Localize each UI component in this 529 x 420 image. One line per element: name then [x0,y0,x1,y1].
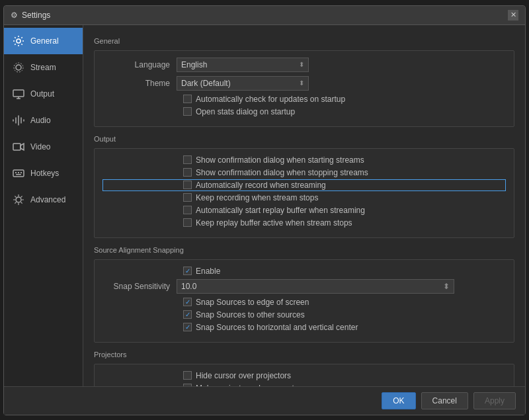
keep-recording-row: Keep recording when stream stops [104,193,505,202]
snap-sensitivity-label: Snap Sensitivity [104,282,177,291]
hide-cursor-row: Hide cursor over projectors [104,371,505,380]
svg-rect-7 [18,172,19,173]
sidebar-item-hotkeys[interactable]: Hotkeys [4,160,83,187]
sidebar-label-video: Video [30,142,50,151]
theme-select-arrow: ⬍ [299,79,304,87]
snap-other-checkbox[interactable] [183,310,192,319]
theme-control: Dark (Default) ⬍ [177,76,505,91]
sidebar-label-advanced: Advanced [30,195,65,204]
language-control: English ⬍ [177,58,505,72]
confirm-start-checkbox[interactable] [183,155,192,164]
advanced-icon [12,193,25,206]
gear-icon [12,34,25,48]
content-area: General Stream Output [4,25,525,386]
svg-rect-3 [13,90,24,97]
source-alignment-box: Enable Snap Sensitivity 10.0 ⬍ Snap Sour… [94,259,514,343]
theme-label: Theme [104,79,177,88]
open-stats-dialog-row: Open stats dialog on startup [104,107,505,116]
svg-point-0 [17,39,20,43]
general-section-box: Language English ⬍ Theme Dark (Default) … [94,50,514,127]
keep-replay-row: Keep replay buffer active when stream st… [104,218,505,228]
sidebar-item-audio[interactable]: Audio [4,107,83,134]
projectors-title: Projectors [94,351,514,358]
keep-replay-checkbox[interactable] [183,218,192,227]
snap-center-checkbox[interactable] [183,323,192,331]
sidebar-label-hotkeys: Hotkeys [30,169,59,178]
output-section-box: Show confirmation dialog when starting s… [94,148,514,238]
ok-button[interactable]: OK [382,392,415,409]
hide-cursor-label: Hide cursor over projectors [196,371,291,380]
snap-other-row: Snap Sources to other sources [104,310,505,319]
close-button[interactable]: ✕ [508,10,518,21]
open-stats-dialog-checkbox[interactable] [183,107,192,116]
svg-rect-9 [16,174,21,175]
settings-icon: ⚙ [11,11,18,20]
language-select[interactable]: English ⬍ [177,58,309,72]
auto-check-updates-label: Automatically check for updates on start… [196,95,345,104]
open-stats-dialog-label: Open stats dialog on startup [196,107,295,116]
confirm-stop-checkbox[interactable] [183,168,192,177]
svg-point-10 [16,197,21,202]
output-section-title: Output [94,135,514,143]
auto-replay-row: Automatically start replay buffer when s… [104,206,505,215]
snap-enable-row: Enable [104,267,505,276]
sidebar: General Stream Output [4,25,83,386]
auto-record-checkbox[interactable] [183,181,192,189]
snap-sensitivity-arrows: ⬍ [443,282,450,291]
confirm-start-row: Show confirmation dialog when starting s… [104,155,505,165]
titlebar-title: Settings [22,11,50,20]
snap-edge-checkbox[interactable] [183,298,192,306]
snap-center-row: Snap Sources to horizontal and vertical … [104,323,505,332]
main-content: General Language English ⬍ Theme [83,25,525,386]
theme-row: Theme Dark (Default) ⬍ [104,76,505,91]
apply-button[interactable]: Apply [473,392,516,409]
stream-icon [12,61,25,74]
sidebar-item-general[interactable]: General [4,28,83,54]
settings-window: ⚙ Settings ✕ General [3,5,526,415]
confirm-start-label: Show confirmation dialog when starting s… [196,155,364,165]
svg-rect-8 [20,172,22,173]
source-alignment-title: Source Alignment Snapping [94,246,514,254]
auto-check-updates-row: Automatically check for updates on start… [104,95,505,104]
snap-enable-label: Enable [196,267,220,276]
auto-record-row: Automatically record when streaming [104,181,505,190]
sidebar-item-video[interactable]: Video [4,134,83,160]
confirm-stop-label: Show confirmation dialog when stopping s… [196,168,368,177]
confirm-stop-row: Show confirmation dialog when stopping s… [104,168,505,177]
bottom-bar: OK Cancel Apply [4,386,525,415]
hotkeys-icon [12,167,25,180]
auto-check-updates-checkbox[interactable] [183,95,192,103]
audio-icon [12,114,25,127]
snap-other-label: Snap Sources to other sources [196,310,305,319]
auto-replay-checkbox[interactable] [183,206,192,214]
svg-point-2 [14,63,23,72]
keep-recording-checkbox[interactable] [183,193,192,202]
snap-edge-label: Snap Sources to edge of screen [196,298,309,307]
language-label: Language [104,60,177,69]
sidebar-label-stream: Stream [30,63,56,72]
keep-replay-label: Keep replay buffer active when stream st… [196,218,352,228]
video-icon [12,140,25,153]
snap-sensitivity-input[interactable]: 10.0 ⬍ [177,279,454,294]
sidebar-item-stream[interactable]: Stream [4,54,83,81]
svg-rect-4 [13,144,20,150]
snap-enable-checkbox[interactable] [183,267,192,275]
cancel-button[interactable]: Cancel [421,392,468,409]
output-icon [12,87,25,101]
sidebar-item-output[interactable]: Output [4,81,83,107]
sidebar-item-advanced[interactable]: Advanced [4,187,83,213]
hide-cursor-checkbox[interactable] [183,371,192,380]
general-section-title: General [94,37,514,45]
language-row: Language English ⬍ [104,58,505,72]
snap-center-label: Snap Sources to horizontal and vertical … [196,323,358,332]
snap-sensitivity-row: Snap Sensitivity 10.0 ⬍ [104,279,505,294]
theme-select[interactable]: Dark (Default) ⬍ [177,76,309,91]
titlebar: ⚙ Settings ✕ [4,6,525,25]
svg-point-1 [16,65,21,70]
auto-replay-label: Automatically start replay buffer when s… [196,206,365,215]
language-select-arrow: ⬍ [299,61,304,68]
auto-record-label: Automatically record when streaming [196,181,326,190]
titlebar-left: ⚙ Settings [11,11,50,20]
sidebar-label-general: General [30,36,59,46]
projectors-box: Hide cursor over projectors Make project… [94,364,514,386]
